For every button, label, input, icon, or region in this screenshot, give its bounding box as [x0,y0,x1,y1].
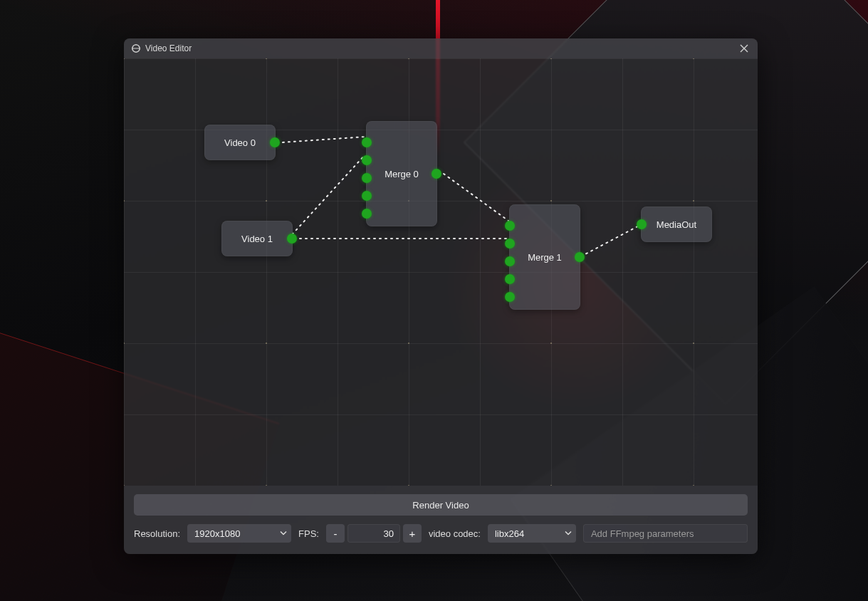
ffmpeg-params-input[interactable] [583,524,748,543]
port-input-1[interactable] [505,239,515,249]
port-output[interactable] [575,252,585,262]
node-label: Merge 0 [385,169,419,179]
port-input-2[interactable] [505,256,515,266]
resolution-label: Resolution: [134,528,180,539]
fps-label: FPS: [298,528,319,539]
fps-increment-button[interactable]: + [403,524,422,543]
port-input-3[interactable] [362,191,372,201]
close-icon [740,44,748,53]
port-input-3[interactable] [505,274,515,284]
close-button[interactable] [738,42,751,55]
node-label: Video 0 [224,137,256,148]
port-input-2[interactable] [362,173,372,183]
port-input-4[interactable] [362,209,372,219]
port-output[interactable] [287,234,297,244]
resolution-select[interactable]: 1920x1080 [187,524,291,543]
node-label: Merge 1 [528,252,562,263]
codec-value: libx264 [495,528,524,539]
node-label: MediaOut [657,219,696,230]
node-canvas[interactable]: Video 0 Video 1 Merge 0 Merge 1 [124,58,758,486]
node-merge-1[interactable]: Merge 1 [509,204,580,310]
port-input-1[interactable] [362,155,372,165]
fps-decrement-button[interactable]: - [326,524,345,543]
port-input-0[interactable] [505,221,515,231]
svg-line-4 [288,155,365,239]
render-video-button[interactable]: Render Video [134,494,748,516]
port-input-4[interactable] [505,292,515,302]
port-output[interactable] [270,137,280,147]
resolution-value: 1920x1080 [194,528,240,539]
node-label: Video 1 [241,234,273,244]
node-mediaout[interactable]: MediaOut [641,207,712,242]
chevron-down-icon [280,528,287,539]
port-input[interactable] [637,219,647,229]
titlebar[interactable]: Video Editor [124,38,758,58]
node-video-1[interactable]: Video 1 [221,221,293,256]
svg-line-6 [444,174,508,221]
window-title: Video Editor [145,43,192,53]
svg-line-3 [271,137,365,143]
codec-select[interactable]: libx264 [488,524,576,543]
codec-label: video codec: [429,528,481,539]
svg-line-7 [581,224,642,256]
port-input-0[interactable] [362,137,372,147]
chevron-down-icon [565,528,572,539]
video-editor-window: Video Editor Video 0 Video 1 [124,38,758,554]
fps-input[interactable] [347,524,400,543]
app-icon [131,43,141,53]
node-video-0[interactable]: Video 0 [204,125,276,160]
port-output[interactable] [432,169,441,179]
node-edges [124,58,758,486]
footer-panel: Render Video Resolution: 1920x1080 FPS: … [124,486,758,554]
node-merge-0[interactable]: Merge 0 [366,121,437,226]
render-controls: Resolution: 1920x1080 FPS: - + video cod… [134,524,748,543]
